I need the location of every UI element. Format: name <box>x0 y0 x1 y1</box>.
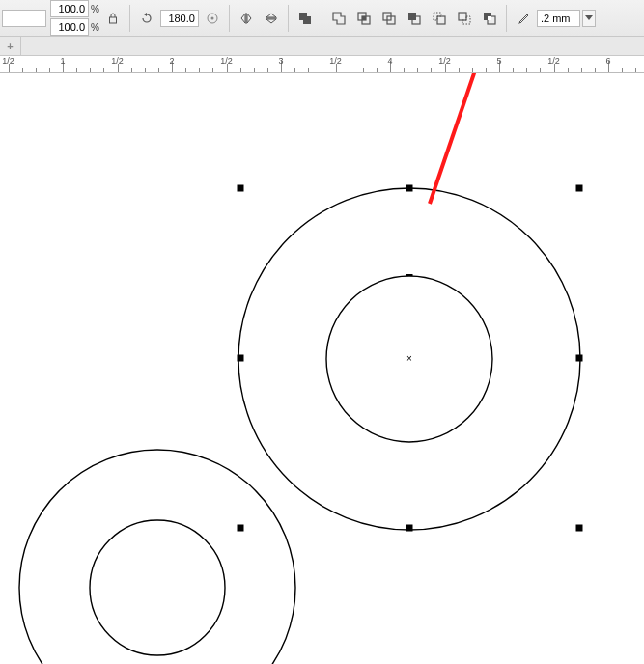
ruler-major-label: 4 <box>387 56 392 66</box>
selection-handle[interactable] <box>406 525 413 532</box>
svg-rect-15 <box>459 13 466 20</box>
svg-rect-0 <box>109 17 116 23</box>
scale-x-input[interactable] <box>50 0 89 17</box>
ruler-half-label: 1/2 <box>438 56 451 66</box>
ruler-major-label: 6 <box>605 56 610 66</box>
svg-rect-6 <box>303 16 311 24</box>
selection-handle[interactable] <box>576 525 583 532</box>
outline-width-dropdown[interactable] <box>582 10 596 27</box>
selection-handle[interactable] <box>406 185 413 192</box>
ruler-half-label: 1/2 <box>547 56 560 66</box>
svg-rect-18 <box>488 16 491 20</box>
mirror-horizontal-button[interactable] <box>235 7 258 30</box>
ruler-half-label: 1/2 <box>2 56 14 66</box>
drawing-canvas[interactable]: × <box>0 73 644 664</box>
add-page-button[interactable]: + <box>0 37 21 55</box>
svg-point-21 <box>19 450 295 664</box>
outline-width-input[interactable] <box>537 10 580 27</box>
ruler-half-label: 1/2 <box>329 56 342 66</box>
percent-label: % <box>91 22 99 33</box>
horizontal-ruler: 1/211/221/231/241/251/26 <box>0 56 644 73</box>
front-minus-back-button[interactable] <box>428 7 451 30</box>
svg-line-23 <box>430 73 489 204</box>
svg-rect-14 <box>437 16 445 24</box>
rotation-angle-input[interactable] <box>160 10 199 27</box>
rotation-center-icon[interactable] <box>201 7 224 30</box>
position-x-input[interactable] <box>2 10 46 27</box>
svg-rect-9 <box>362 16 366 20</box>
svg-point-2 <box>210 16 213 19</box>
ruler-major-label: 3 <box>278 56 283 66</box>
selection-center-marker: × <box>406 353 412 364</box>
outline-pen-icon[interactable] <box>512 7 535 30</box>
property-bar: % % <box>0 0 644 37</box>
weld-button[interactable] <box>327 7 350 30</box>
svg-point-22 <box>90 520 225 655</box>
selection-handle[interactable] <box>576 185 583 192</box>
ruler-half-label: 1/2 <box>111 56 124 66</box>
selection-handle[interactable] <box>576 355 583 362</box>
back-minus-front-button[interactable] <box>453 7 476 30</box>
ruler-major-label: 1 <box>60 56 65 66</box>
create-boundary-button[interactable] <box>478 7 501 30</box>
ruler-major-label: 5 <box>496 56 501 66</box>
lock-ratio-button[interactable] <box>101 7 125 30</box>
percent-label: % <box>91 4 99 14</box>
scale-y-input[interactable] <box>50 18 89 36</box>
intersect-button[interactable] <box>378 7 401 30</box>
ruler-half-label: 1/2 <box>220 56 233 66</box>
simplify-button[interactable] <box>403 7 426 30</box>
shape-donut-small[interactable] <box>17 448 297 664</box>
combine-button[interactable] <box>294 7 317 30</box>
mirror-vertical-button[interactable] <box>260 7 283 30</box>
selection-handle[interactable] <box>238 355 244 362</box>
trim-button[interactable] <box>352 7 376 30</box>
scale-group: % % <box>50 0 99 36</box>
ruler-major-label: 2 <box>169 56 174 66</box>
rotate-ccw-icon[interactable] <box>135 7 158 30</box>
selection-handle[interactable] <box>238 185 244 192</box>
document-tabstrip: + <box>0 37 644 56</box>
selection-node[interactable] <box>406 274 413 276</box>
